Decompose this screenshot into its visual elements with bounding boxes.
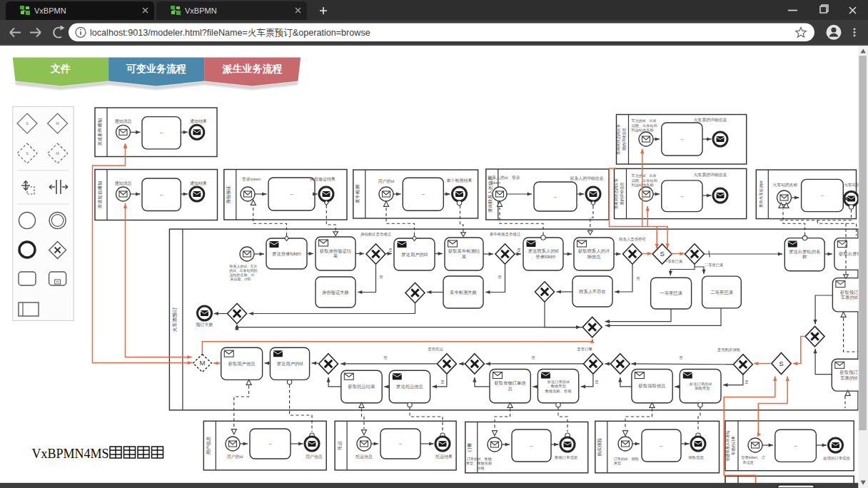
- svg-text:发日期、cfID: 发日期、cfID: [231, 277, 251, 282]
- svg-text:黄牛检测是否通过: 黄牛检测是否通过: [490, 232, 520, 237]
- svg-text:是否购买保险: 是否购买保险: [717, 347, 741, 352]
- svg-text:localhost:9013/modeler.html?fi: localhost:9013/modeler.html?fileName=火车票…: [90, 28, 370, 38]
- svg-text:黄牛检测失败: 黄牛检测失败: [450, 290, 477, 295]
- svg-text:食物名称、价格: 食物名称、价格: [545, 389, 572, 394]
- svg-text:托运: 托运: [337, 441, 342, 451]
- svg-text:--: --: [160, 130, 163, 135]
- svg-text:果: 果: [462, 254, 467, 259]
- svg-text:订餐: 订餐: [467, 442, 472, 452]
- svg-text:发送短信通知: 发送短信通知: [97, 181, 103, 208]
- svg-text:息: 息: [507, 386, 513, 391]
- svg-text:否: 否: [383, 355, 388, 360]
- svg-text:食物订单信息: 食物订单信息: [555, 455, 578, 460]
- svg-text:--: --: [160, 192, 163, 197]
- svg-text:称: 称: [802, 254, 807, 259]
- svg-text:身份验证结果: 身份验证结果: [310, 176, 335, 182]
- svg-text:通知结果: 通知结果: [190, 181, 207, 186]
- svg-text:身份验证是否通过: 身份验证是否通过: [360, 232, 391, 237]
- svg-text:登录token: 登录token: [242, 176, 261, 182]
- svg-text:M: M: [199, 359, 205, 367]
- svg-text:获取用户信息: 获取用户信息: [228, 361, 256, 367]
- svg-text:VxBPMN: VxBPMN: [185, 6, 217, 15]
- svg-text:、价格: 、价格: [473, 466, 485, 471]
- svg-text:是: 是: [388, 248, 393, 253]
- svg-text:车票的id: 车票的id: [841, 295, 858, 300]
- svg-text:票的详细信息: 票的详细信息: [620, 182, 625, 205]
- svg-text:--: --: [660, 443, 662, 448]
- svg-text:获取保险信息: 获取保险信息: [639, 383, 666, 389]
- svg-text:一等座已满: 一等座已满: [660, 290, 682, 296]
- svg-text:用户的id: 用户的id: [378, 178, 395, 184]
- svg-text:火车票的详细信息: 火车票的详细信息: [694, 117, 727, 123]
- svg-text:是: 是: [440, 380, 445, 385]
- svg-text:发送托运信息: 发送托运信息: [396, 384, 423, 390]
- svg-text:--: --: [399, 441, 402, 446]
- svg-text:单信息: 单信息: [742, 460, 754, 465]
- svg-text:查询火车站的id: 查询火车站的id: [759, 181, 764, 208]
- svg-text:--: --: [680, 136, 683, 141]
- svg-text:通知消息: 通知消息: [115, 181, 132, 186]
- svg-text:查询间状态的火车: 查询间状态的火车: [614, 178, 619, 209]
- svg-text:联系人不存在: 联系人不存在: [579, 289, 606, 295]
- svg-text:发送登录token: 发送登录token: [272, 251, 301, 257]
- svg-text:M: M: [56, 121, 59, 126]
- svg-text:token: token: [490, 181, 500, 185]
- svg-text:可变业务流程: 可变业务流程: [126, 63, 186, 74]
- svg-text:S: S: [26, 151, 29, 156]
- svg-text:否: 否: [379, 275, 383, 280]
- svg-text:、保险类型: 、保险类型: [691, 386, 711, 390]
- svg-text:火车站的名称: 火车站的名称: [773, 182, 798, 188]
- svg-text:VxBPMN: VxBPMN: [34, 6, 66, 15]
- svg-text:通知结果: 通知结果: [190, 118, 207, 124]
- svg-text:发送用户的id: 发送用户的id: [277, 361, 303, 367]
- svg-text:是: 是: [595, 380, 599, 385]
- svg-text:派生业务流程: 派生业务流程: [222, 63, 283, 74]
- svg-text:托运结果: 托运结果: [435, 454, 453, 459]
- svg-text:创建联系人出发站: 创建联系人出发站: [725, 430, 730, 462]
- svg-text:--: --: [268, 441, 271, 446]
- svg-text:S: S: [779, 360, 783, 367]
- svg-text:身份验证: 身份验证: [226, 185, 231, 203]
- svg-text:车票的订单: 车票的订单: [731, 436, 736, 456]
- svg-text:通知消息: 通知消息: [115, 118, 132, 124]
- svg-text:--: --: [794, 443, 797, 448]
- svg-text:二等座已满: 二等座已满: [710, 290, 732, 295]
- svg-text:、登录token: 、登录token: [531, 254, 556, 260]
- svg-text:一等座已满: 一等座已满: [664, 259, 682, 264]
- svg-text:用户的id: 用户的id: [227, 454, 243, 459]
- svg-text:是否托运: 是否托运: [428, 347, 443, 352]
- svg-text:车票的id: 车票的id: [840, 375, 857, 381]
- svg-text:--: --: [821, 193, 824, 198]
- svg-text:火车票的详细信息: 火车票的详细信息: [694, 172, 727, 178]
- svg-text:--: --: [422, 191, 425, 196]
- svg-text:S: S: [660, 250, 665, 258]
- svg-text:是: 是: [745, 380, 749, 385]
- svg-text:否: 否: [498, 275, 502, 280]
- svg-text:VxBPMN4MS: VxBPMN4MS: [32, 447, 109, 461]
- svg-text:身份验证失败: 身份验证失败: [322, 290, 349, 295]
- svg-text:票的详细信息: 票的详细信息: [622, 127, 627, 151]
- svg-text:保险信息: 保险信息: [688, 455, 704, 460]
- svg-text:是否订餐: 是否订餐: [577, 347, 592, 352]
- svg-text:托运信息: 托运信息: [355, 454, 373, 459]
- svg-text:M: M: [56, 151, 59, 156]
- svg-text:到达站的名称: 到达站的名称: [632, 183, 655, 188]
- svg-text:用户信息: 用户信息: [206, 436, 211, 454]
- svg-text:二等座已满: 二等座已满: [705, 263, 723, 268]
- svg-text:预订失败: 预订失败: [196, 322, 213, 327]
- svg-text:查询间状态的火车: 查询间状态的火车: [616, 123, 621, 155]
- svg-text:否: 否: [679, 355, 683, 360]
- svg-text:类型: 类型: [614, 461, 622, 465]
- svg-text:用户信息: 用户信息: [306, 454, 323, 459]
- svg-text:黄牛检测: 黄牛检测: [355, 185, 360, 203]
- svg-text:否: 否: [636, 276, 640, 281]
- svg-text:细信息: 细信息: [587, 254, 602, 260]
- svg-text:联系人的id、登录: 联系人的id、登录: [488, 175, 520, 181]
- svg-text:--: --: [530, 443, 533, 448]
- svg-text:到达站的名称: 到达站的名称: [632, 128, 655, 133]
- svg-text:文件: 文件: [50, 63, 71, 74]
- svg-text:否: 否: [531, 355, 535, 360]
- svg-text:--: --: [290, 191, 293, 196]
- svg-text:发送邮件通知: 发送邮件通知: [97, 118, 103, 146]
- svg-text:是: 是: [517, 248, 521, 253]
